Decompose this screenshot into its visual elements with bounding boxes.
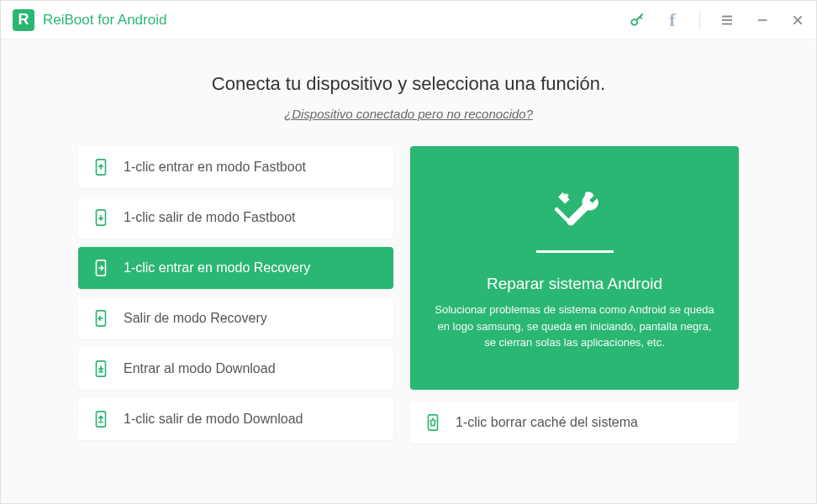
trash-icon (424, 413, 442, 432)
facebook-icon[interactable]: f (664, 12, 681, 29)
option-label: Salir de modo Recovery (124, 311, 267, 326)
cache-label: 1-clic borrar caché del sistema (456, 415, 638, 430)
app-window: R ReiBoot for Android f Conecta tu dispo… (0, 0, 817, 504)
minimize-icon[interactable] (754, 12, 771, 29)
svg-point-0 (631, 19, 637, 25)
phone-up-icon (92, 158, 110, 176)
titlebar: R ReiBoot for Android f (1, 1, 816, 39)
key-icon[interactable] (629, 12, 646, 29)
phone-down-icon (92, 208, 110, 227)
phone-enter-icon (92, 259, 110, 277)
tools-icon (551, 185, 599, 237)
main-content: Conecta tu dispositivo y selecciona una … (1, 39, 816, 503)
logo-letter: R (18, 11, 29, 29)
options-grid: 1-clic entrar en modo Fastboot 1-clic sa… (78, 146, 739, 444)
page-title: Conecta tu dispositivo y selecciona una … (78, 73, 739, 95)
svg-rect-13 (553, 207, 571, 224)
option-label: 1-clic entrar en modo Fastboot (124, 160, 306, 175)
phone-download-icon (92, 360, 110, 378)
repair-title: Reparar sistema Android (487, 275, 662, 293)
option-label: 1-clic salir de modo Download (124, 412, 303, 427)
repair-system-card[interactable]: Reparar sistema Android Solucionar probl… (410, 146, 739, 390)
phone-download-exit-icon (92, 410, 110, 428)
option-label: 1-clic entrar en modo Recovery (124, 260, 310, 276)
right-column: Reparar sistema Android Solucionar probl… (410, 146, 739, 444)
option-download-enter[interactable]: Entrar al modo Download (78, 348, 393, 390)
repair-description: Solucionar problemas de sistema como And… (434, 302, 715, 351)
phone-exit-icon (92, 309, 110, 328)
option-download-exit[interactable]: 1-clic salir de modo Download (78, 398, 393, 440)
clear-cache-button[interactable]: 1-clic borrar caché del sistema (410, 402, 739, 444)
app-title: ReiBoot for Android (43, 12, 166, 29)
option-label: 1-clic salir de modo Fastboot (124, 210, 296, 225)
option-fastboot-enter[interactable]: 1-clic entrar en modo Fastboot (78, 146, 393, 188)
device-not-recognized-link[interactable]: ¿Dispositivo conectado pero no reconocid… (78, 107, 739, 121)
logo-wrap: R ReiBoot for Android (13, 9, 166, 31)
left-column: 1-clic entrar en modo Fastboot 1-clic sa… (78, 146, 393, 444)
app-logo-icon: R (13, 9, 34, 31)
titlebar-controls: f (629, 11, 806, 29)
close-icon[interactable] (789, 12, 806, 29)
option-fastboot-exit[interactable]: 1-clic salir de modo Fastboot (78, 197, 393, 239)
repair-divider (536, 250, 614, 253)
titlebar-divider (699, 11, 700, 29)
option-recovery-exit[interactable]: Salir de modo Recovery (78, 297, 393, 339)
svg-rect-14 (429, 415, 438, 430)
option-label: Entrar al modo Download (124, 361, 276, 376)
option-recovery-enter[interactable]: 1-clic entrar en modo Recovery (78, 247, 393, 289)
menu-icon[interactable] (719, 12, 735, 29)
